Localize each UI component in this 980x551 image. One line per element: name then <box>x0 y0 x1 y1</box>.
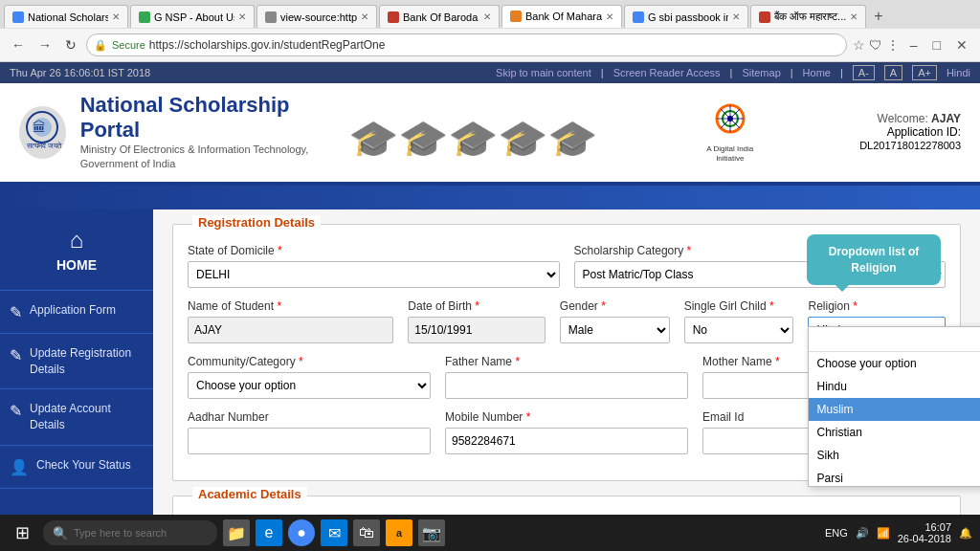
more-icon[interactable]: ⋮ <box>886 37 900 53</box>
welcome-line: Welcome: AJAY <box>787 112 961 125</box>
taskbar-network-icon[interactable]: 📶 <box>877 527 890 540</box>
father-name-label: Father Name * <box>445 355 688 368</box>
religion-option-hindu[interactable]: Hindu <box>809 375 980 398</box>
taskbar-search-input[interactable] <box>74 527 208 539</box>
app-id-label: Application ID: <box>887 125 961 139</box>
close-window-button[interactable]: ✕ <box>951 35 972 55</box>
skip-link[interactable]: Skip to main content <box>496 67 591 78</box>
aadhar-group: Aadhar Number <box>188 410 431 454</box>
taskbar-files-icon[interactable]: 📁 <box>223 519 250 546</box>
sep1: | <box>601 67 604 78</box>
religion-option-christian[interactable]: Christian <box>809 421 980 444</box>
religion-option-muslim[interactable]: Muslim <box>809 398 980 421</box>
minimize-button[interactable]: – <box>905 35 923 55</box>
main-content: ⌂ HOME ✎ Application Form ✎ Update Regis… <box>0 209 980 551</box>
callout-text: Dropdown list of Religion <box>829 245 920 275</box>
bookmark-icon[interactable]: ☆ <box>853 37 865 53</box>
tab-close-2[interactable]: ✕ <box>238 11 246 22</box>
tab-close-7[interactable]: ✕ <box>850 11 858 22</box>
religion-dropdown-popup: Choose your option Hindu Muslim Christia… <box>808 326 980 487</box>
state-select[interactable]: DELHI <box>188 261 560 288</box>
student-name-input[interactable] <box>188 317 393 343</box>
header-text: National Scholarship Portal Ministry Of … <box>80 93 348 172</box>
religion-option-parsi[interactable]: Parsi <box>809 467 980 486</box>
dob-input[interactable] <box>408 317 546 343</box>
taskbar-speaker-icon[interactable]: 🔊 <box>856 527 869 540</box>
app-id-value: DL201718012278003 <box>859 140 961 151</box>
mobile-group: Mobile Number * <box>445 410 688 454</box>
welcome-label: Welcome: <box>878 112 928 125</box>
forward-button[interactable]: → <box>34 35 56 55</box>
sidebar-home-button[interactable]: ⌂ HOME <box>0 209 153 291</box>
address-icons: ☆ 🛡 ⋮ <box>853 37 900 53</box>
announce-right: Skip to main content | Screen Reader Acc… <box>496 65 970 80</box>
religion-option-sikh[interactable]: Sikh <box>809 444 980 467</box>
tab-favicon-4 <box>388 11 399 23</box>
start-button[interactable]: ⊞ <box>8 518 37 547</box>
tab-5[interactable]: Bank Of Maharas... ✕ <box>501 5 622 28</box>
tab-7[interactable]: बैंक ऑफ महाराष्ट... ✕ <box>750 5 866 28</box>
father-name-input[interactable] <box>445 372 688 399</box>
sidebar-item-check-status[interactable]: 👤 Check Your Status <box>0 446 153 489</box>
tab-favicon-7 <box>759 11 770 23</box>
font-small-button[interactable]: A- <box>853 65 875 80</box>
address-bar: ← → ↻ 🔒 Secure https://scholarships.gov.… <box>0 29 980 61</box>
tab-close-4[interactable]: ✕ <box>483 11 491 22</box>
taskbar-search-icon: 🔍 <box>53 526 68 540</box>
tab-1[interactable]: National Scholarshi... ✕ <box>4 5 128 28</box>
hindi-link[interactable]: Hindi <box>947 67 970 78</box>
font-medium-button[interactable]: A <box>884 65 902 80</box>
sidebar-item-update-account[interactable]: ✎ Update Account Details <box>0 389 153 446</box>
font-large-button[interactable]: A+ <box>912 65 937 80</box>
girl-child-select[interactable]: No <box>684 317 794 343</box>
maximize-button[interactable]: □ <box>928 35 946 55</box>
svg-text:🎓🎓🎓🎓🎓: 🎓🎓🎓🎓🎓 <box>348 117 598 156</box>
screen-reader-link[interactable]: Screen Reader Access <box>613 67 721 78</box>
tab-close-3[interactable]: ✕ <box>361 11 368 22</box>
aadhar-input[interactable] <box>188 428 431 454</box>
taskbar-edge-icon[interactable]: e <box>256 519 282 546</box>
sidebar-item-update-registration[interactable]: ✎ Update Registration Details <box>0 334 153 390</box>
address-url: https://scholarships.gov.in/studentRegPa… <box>149 38 386 52</box>
tab-close-5[interactable]: ✕ <box>606 11 613 22</box>
header: 🏛 सत्यमेव जयते National Scholarship Port… <box>0 83 980 186</box>
tab-bar: National Scholarshi... ✕ G NSP - About U… <box>0 0 980 29</box>
girl-child-label: Single Girl Child * <box>684 299 794 313</box>
tab-6[interactable]: G sbi passbook ima... ✕ <box>624 5 748 28</box>
tab-label-3: view-source:https... <box>280 11 357 23</box>
taskbar-store-icon[interactable]: 🛍 <box>353 519 380 546</box>
announce-datetime: Thu Apr 26 16:06:01 IST 2018 <box>10 67 150 78</box>
taskbar-notification-icon[interactable]: 🔔 <box>959 527 972 540</box>
state-label: State of Domicile * <box>188 244 560 257</box>
sitemap-link[interactable]: Sitemap <box>742 67 780 78</box>
tab-3[interactable]: view-source:https... ✕ <box>256 5 377 28</box>
taskbar-lang: ENG <box>825 527 848 539</box>
taskbar-chrome-icon[interactable]: ● <box>288 519 315 546</box>
reload-button[interactable]: ↻ <box>61 35 80 55</box>
header-subtitle: Ministry Of Electronics & Information Te… <box>80 143 348 172</box>
tab-label-2: G NSP - About Us <box>154 11 234 23</box>
religion-dropdown-search[interactable] <box>809 327 980 352</box>
registration-section: Registration Details Dropdown list of Re… <box>172 224 961 481</box>
taskbar-mail-icon[interactable]: ✉ <box>321 519 347 546</box>
taskbar-photos-icon[interactable]: 📷 <box>418 519 445 546</box>
tab-2[interactable]: G NSP - About Us ✕ <box>130 5 255 28</box>
tab-close-6[interactable]: ✕ <box>732 11 740 22</box>
back-button[interactable]: ← <box>8 35 29 55</box>
new-tab-button[interactable]: + <box>868 8 888 25</box>
address-input[interactable]: Secure https://scholarships.gov.in/stude… <box>86 33 847 56</box>
sidebar-check-status-label: Check Your Status <box>36 457 131 474</box>
tab-label-4: Bank Of Baroda U... <box>403 11 479 23</box>
taskbar-amazon-icon[interactable]: a <box>386 519 412 546</box>
tab-close-1[interactable]: ✕ <box>112 11 120 22</box>
blue-banner <box>0 186 980 209</box>
home-link[interactable]: Home <box>803 67 831 78</box>
girl-child-group: Single Girl Child * No <box>684 299 794 343</box>
sidebar-item-application-form[interactable]: ✎ Application Form <box>0 291 153 334</box>
religion-option-default[interactable]: Choose your option <box>809 352 980 375</box>
gender-select[interactable]: Male <box>560 317 670 343</box>
svg-text:सत्यमेव जयते: सत्यमेव जयते <box>26 141 62 150</box>
community-select[interactable]: Choose your option <box>188 372 431 399</box>
tab-4[interactable]: Bank Of Baroda U... ✕ <box>379 5 500 28</box>
mobile-input[interactable] <box>445 428 688 454</box>
